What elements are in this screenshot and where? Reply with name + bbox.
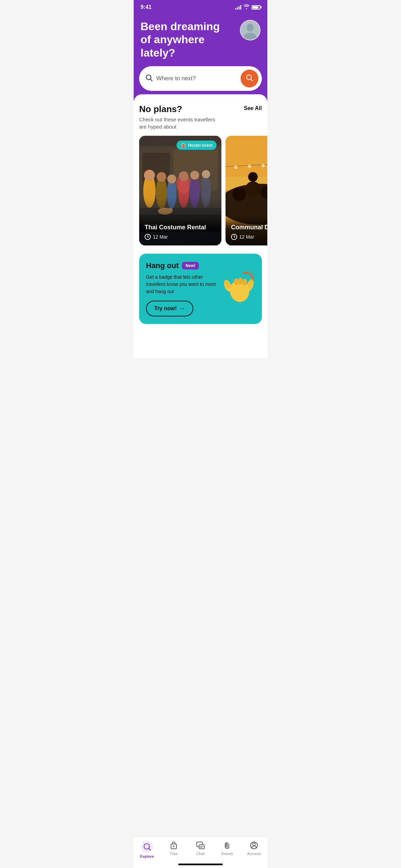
event-badge-label-1: Hostel event xyxy=(188,143,212,148)
try-now-button[interactable]: Try now! → xyxy=(146,301,193,316)
svg-point-21 xyxy=(190,171,199,180)
svg-point-40 xyxy=(245,181,260,196)
svg-rect-30 xyxy=(226,136,267,177)
search-bar[interactable]: Where to next? xyxy=(139,66,262,91)
svg-point-1 xyxy=(247,24,254,31)
clock-icon-2 xyxy=(231,234,237,240)
event-card-1[interactable]: 🏨 Hostel event Thai Costume Rental 12 Ma… xyxy=(139,136,221,245)
try-now-label: Try now! xyxy=(154,305,177,312)
svg-point-35 xyxy=(234,166,238,169)
shaka-hand-icon xyxy=(224,270,255,308)
see-all-button[interactable]: See All xyxy=(244,104,262,111)
header-title: Been dreaming of anywhere lately? xyxy=(141,20,230,59)
svg-point-37 xyxy=(262,164,265,167)
search-button[interactable] xyxy=(241,70,258,87)
svg-point-51 xyxy=(238,278,243,285)
event-date-1: 12 Mar xyxy=(145,234,216,240)
svg-point-39 xyxy=(232,187,246,201)
battery-icon xyxy=(252,5,260,10)
event-card-2[interactable]: 🏨 Communal Dinn... 12 Mar xyxy=(226,136,267,245)
svg-point-23 xyxy=(202,170,210,178)
search-icon-left xyxy=(145,74,153,83)
hangout-card: Hang out New! Get a badge that lets othe… xyxy=(139,254,262,324)
no-plans-subtitle: Check out these events travellers are hy… xyxy=(139,116,218,130)
svg-line-6 xyxy=(251,79,253,81)
search-placeholder: Where to next? xyxy=(156,75,237,82)
event-badge-1: 🏨 Hostel event xyxy=(177,141,217,150)
search-button-icon xyxy=(246,74,253,83)
hangout-content: Hang out New! Get a badge that lets othe… xyxy=(146,261,221,316)
events-row: 🏨 Hostel event Thai Costume Rental 12 Ma… xyxy=(134,136,267,245)
status-bar: 9:41 xyxy=(134,0,267,13)
avatar-image xyxy=(241,21,260,40)
event-name-2: Communal Dinn... xyxy=(231,224,267,231)
status-icons xyxy=(235,4,260,10)
no-plans-title: No plans? xyxy=(139,104,218,114)
hostel-icon: 🏨 xyxy=(181,143,186,148)
svg-point-14 xyxy=(157,172,166,182)
svg-point-12 xyxy=(144,170,155,181)
arrow-icon: → xyxy=(180,305,185,312)
new-badge: New! xyxy=(182,262,199,269)
svg-line-4 xyxy=(150,79,153,81)
event-date-2: 12 Mar xyxy=(231,234,267,240)
no-plans-section-header: No plans? Check out these events travell… xyxy=(139,104,262,130)
hangout-description: Get a badge that lets other travellers k… xyxy=(146,274,218,295)
svg-point-16 xyxy=(167,174,176,183)
avatar[interactable] xyxy=(240,20,260,40)
signal-icon xyxy=(235,5,241,10)
hangout-title: Hang out xyxy=(146,261,179,270)
event-info-1: Thai Costume Rental 12 Mar xyxy=(139,218,221,245)
status-time: 9:41 xyxy=(141,4,151,10)
event-name-1: Thai Costume Rental xyxy=(145,224,216,231)
event-info-2: Communal Dinn... 12 Mar xyxy=(226,218,267,245)
svg-point-36 xyxy=(248,165,251,168)
clock-icon-1 xyxy=(145,234,151,240)
wifi-icon xyxy=(243,4,250,10)
no-plans-text-block: No plans? Check out these events travell… xyxy=(139,104,218,130)
svg-point-19 xyxy=(179,171,189,181)
svg-point-43 xyxy=(248,172,258,182)
main-content: No plans? Check out these events travell… xyxy=(134,94,267,358)
hangout-title-row: Hang out New! xyxy=(146,261,221,270)
